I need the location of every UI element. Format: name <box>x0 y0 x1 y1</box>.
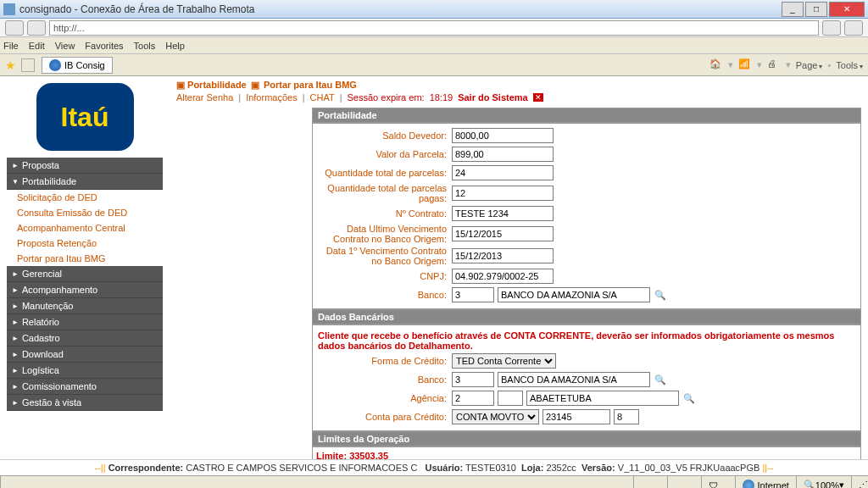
section-body-limites: Limite: 33503,35 Saldo: 27503,35 <box>312 446 861 459</box>
input-saldo-devedor[interactable] <box>452 128 554 143</box>
section-body-dados: Cliente que recebe o benefício através d… <box>312 324 861 431</box>
menu-edit[interactable]: Edit <box>29 41 45 51</box>
input-ncontrato[interactable] <box>452 206 554 221</box>
input-banco2-code[interactable] <box>452 372 494 387</box>
lookup-agencia-icon[interactable]: 🔍 <box>682 391 696 405</box>
input-qtd-parcelas-pagas[interactable] <box>452 186 554 201</box>
print-icon[interactable]: 🖨 <box>767 58 781 72</box>
input-conta-dv[interactable] <box>614 409 639 424</box>
label-limite: Limite: <box>316 451 347 459</box>
input-agencia-dv[interactable] <box>498 391 523 406</box>
sidebar-item-relatorio[interactable]: ►Relatório <box>7 314 163 330</box>
subnav: Alterar Senha| Informações| CHAT| Sessão… <box>176 92 861 103</box>
label-data-1-venc: Data 1º Vencimento Contrato no Banco Ori… <box>316 246 452 266</box>
forward-button[interactable] <box>27 20 46 36</box>
label-banco2: Banco: <box>316 374 452 385</box>
zoom-control[interactable]: 🔍 100% ▾ <box>796 476 851 488</box>
tools-menu[interactable]: Tools <box>836 60 863 70</box>
section-head-limites: Limites da Operação <box>312 431 861 446</box>
sidebar-sub-solicitacao-ded[interactable]: Solicitação de DED <box>7 190 163 205</box>
sidebar-item-logistica[interactable]: ►Logística <box>7 363 163 379</box>
sidebar-item-manutencao[interactable]: ►Manutenção <box>7 298 163 314</box>
browser-toolbar: ★ IB Consig 🏠▾ 📶▾ 🖨▾ Page • Tools <box>0 54 868 76</box>
session-countdown: 18:19 <box>430 92 453 103</box>
logout-icon[interactable]: ✕ <box>533 93 543 102</box>
label-cnpj: CNPJ: <box>316 271 452 281</box>
link-informacoes[interactable]: Informações <box>246 92 298 103</box>
window-title: consignado - Conexão de Área de Trabalho… <box>19 3 782 15</box>
session-label: Sessão expira em: <box>348 92 425 103</box>
tab-label: IB Consig <box>64 60 105 70</box>
input-cnpj[interactable] <box>452 269 554 284</box>
link-sair[interactable]: Sair do Sistema <box>458 92 528 103</box>
select-conta-tipo[interactable]: CONTA MOVTO <box>452 409 539 424</box>
menu-view[interactable]: View <box>55 41 75 51</box>
menu-help[interactable]: Help <box>165 41 185 51</box>
menu-tools[interactable]: Tools <box>134 41 156 51</box>
sidebar-sub-proposta-retencao[interactable]: Proposta Retenção <box>7 236 163 251</box>
input-valor-parcela[interactable] <box>452 147 554 162</box>
left-column: Itaú ►Proposta ▼Portabilidade Solicitaçã… <box>0 76 170 459</box>
sidebar-item-acompanhamento[interactable]: ►Acompanhamento <box>7 282 163 298</box>
sidebar-item-proposta[interactable]: ►Proposta <box>7 158 163 174</box>
label-data-ult-venc: Data Ultimo Vencimento Contrato no Banco… <box>316 224 452 244</box>
stop-button[interactable] <box>844 20 863 36</box>
breadcrumb: ▣ Portabilidade ▣ Portar para Itau BMG <box>176 80 861 91</box>
sidebar-item-gestao[interactable]: ►Gestão à vista <box>7 395 163 411</box>
label-valor-parcela: Valor da Parcela: <box>316 149 452 159</box>
section-head-portabilidade: Portabilidade <box>312 108 861 123</box>
close-button[interactable]: ✕ <box>829 2 865 17</box>
label-forma-credito: Forma de Crédito: <box>316 356 452 366</box>
menu-file[interactable]: File <box>3 41 19 51</box>
maximize-button[interactable]: □ <box>805 2 827 17</box>
rdp-icon <box>3 3 15 15</box>
browser-menu-bar: File Edit View Favorites Tools Help <box>0 37 868 54</box>
label-ncontrato: Nº Contrato: <box>316 208 452 219</box>
lookup-banco2-icon[interactable]: 🔍 <box>654 373 667 386</box>
menu-favorites[interactable]: Favorites <box>85 41 123 51</box>
refresh-button[interactable] <box>822 20 841 36</box>
sidebar-sub-portar-itau-bmg[interactable]: Portar para Itau BMG <box>7 251 163 266</box>
input-qtd-parcelas[interactable] <box>452 165 554 180</box>
label-conta-credito: Conta para Crédito: <box>316 412 452 422</box>
page-content: Itaú ►Proposta ▼Portabilidade Solicitaçã… <box>0 76 868 459</box>
sidebar-item-download[interactable]: ►Download <box>7 347 163 363</box>
input-banco-code[interactable] <box>452 287 494 302</box>
input-data-1-venc[interactable] <box>452 248 554 263</box>
browser-tab[interactable]: IB Consig <box>42 57 113 74</box>
select-forma-credito[interactable]: TED Conta Corrente <box>452 353 556 369</box>
link-chat[interactable]: CHAT <box>310 92 335 103</box>
label-qtd-parcelas: Quantidade total de parcelas: <box>316 168 452 178</box>
minimize-button[interactable]: _ <box>782 2 804 17</box>
sidebar-item-comissionamento[interactable]: ►Comissionamento <box>7 379 163 395</box>
link-alterar-senha[interactable]: Alterar Senha <box>176 92 233 103</box>
input-data-ult-venc[interactable] <box>452 226 554 241</box>
sidebar-item-cadastro[interactable]: ►Cadastro <box>7 330 163 347</box>
input-agencia-code[interactable] <box>452 391 494 406</box>
favorites-star-icon[interactable]: ★ <box>5 58 16 72</box>
sidebar-sub-acompanhamento[interactable]: Acompanhamento Central <box>7 220 163 236</box>
input-banco-nome[interactable] <box>498 287 650 302</box>
label-agencia: Agência: <box>316 393 452 403</box>
security-icon: 🛡 <box>701 476 735 488</box>
add-favorite-icon[interactable] <box>21 58 35 72</box>
url-field[interactable]: http://... <box>49 20 819 36</box>
back-button[interactable] <box>5 20 24 36</box>
lookup-banco-icon[interactable]: 🔍 <box>654 288 667 302</box>
sidebar-sub-consulta-ded[interactable]: Consulta Emissão de DED <box>7 205 163 220</box>
home-icon[interactable]: 🏠 <box>709 58 723 72</box>
rdp-title-bar: consignado - Conexão de Área de Trabalho… <box>0 0 868 19</box>
value-limite: 33503,35 <box>349 451 388 459</box>
sidebar-item-portabilidade[interactable]: ▼Portabilidade <box>7 174 163 190</box>
resize-grip[interactable]: ⋰ <box>851 476 868 488</box>
page-menu[interactable]: Page <box>796 60 823 70</box>
input-banco2-nome[interactable] <box>498 372 650 387</box>
input-conta-n[interactable] <box>542 409 610 424</box>
label-qtd-parcelas-pagas: Quantidade total de parcelas pagas: <box>316 183 452 203</box>
input-agencia-nome[interactable] <box>526 391 679 406</box>
feeds-icon[interactable]: 📶 <box>738 58 752 72</box>
sidebar-item-gerencial[interactable]: ►Gerencial <box>7 266 163 282</box>
label-saldo-devedor: Saldo Devedor: <box>316 130 452 141</box>
ie-icon <box>49 59 61 71</box>
sidebar-menu: ►Proposta ▼Portabilidade Solicitação de … <box>7 158 163 411</box>
